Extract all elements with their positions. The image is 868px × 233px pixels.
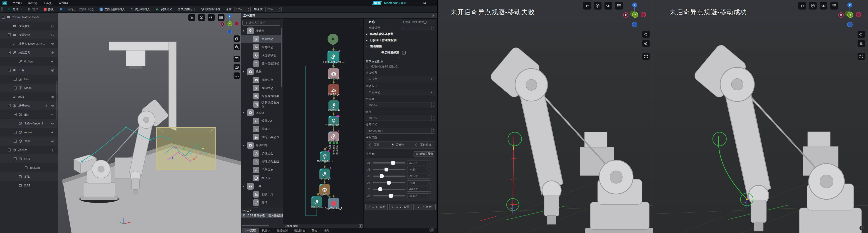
- joint-slider[interactable]: [373, 195, 405, 197]
- tree-item[interactable]: −*Smart Path in Bin/V...: [0, 13, 58, 22]
- model-display-button[interactable]: [594, 2, 601, 9]
- joint-value-input[interactable]: -87.62°▲▼: [407, 187, 431, 192]
- master-control-button[interactable]: 主控连接机器人: [97, 6, 128, 13]
- library-item[interactable]: 执行工具动作: [241, 133, 281, 141]
- expand-toggle-icon[interactable]: +: [13, 87, 17, 89]
- slider-knob[interactable]: [378, 187, 382, 191]
- joint-slider[interactable]: [373, 169, 405, 170]
- tree-item[interactable]: +mount: [0, 128, 58, 137]
- tab-其他[interactable]: 其他: [309, 228, 320, 233]
- visibility-button[interactable]: [604, 2, 612, 9]
- step-no-spinner[interactable]: ▲▼: [432, 26, 435, 30]
- orientation-gizmo[interactable]: Z X Y: [838, 2, 863, 30]
- joint-value-input[interactable]: 47.79°▲▼: [407, 161, 431, 165]
- orientation-gizmo[interactable]: Z X Y: [623, 2, 648, 30]
- expand-toggle-icon[interactable]: +: [13, 78, 17, 81]
- joint-value-input[interactable]: -4.60°▲▼: [407, 167, 431, 172]
- flow-node[interactable]: JFixed-Point Move_1: [328, 51, 339, 62]
- library-item[interactable]: 步骤组合: [241, 149, 281, 157]
- chevron-down-icon[interactable]: ▼: [242, 70, 245, 73]
- library-item[interactable]: 抓取点是否用尽: [241, 100, 281, 109]
- pan-button[interactable]: [642, 31, 650, 38]
- chevron-down-icon[interactable]: ▼: [242, 112, 245, 114]
- show-joints-button[interactable]: 显示: [413, 204, 436, 210]
- hex-icon[interactable]: [51, 68, 55, 72]
- dropdown-caret-icon[interactable]: ▼: [20, 8, 22, 10]
- get-joints-button[interactable]: →获得: [366, 204, 388, 210]
- library-item[interactable]: 程序停止: [241, 174, 281, 182]
- stop-button[interactable]: 停止: [41, 6, 57, 13]
- expand-toggle-icon[interactable]: +: [8, 33, 11, 36]
- library-group[interactable]: ▼ 移动类: [241, 27, 281, 35]
- text-display-button[interactable]: Tt: [188, 14, 195, 21]
- plus-icon[interactable]: [51, 148, 55, 152]
- eye-icon[interactable]: [51, 60, 55, 63]
- display-list-button[interactable]: [830, 2, 838, 9]
- zoom-button[interactable]: [234, 44, 240, 50]
- joint-value-input[interactable]: -4.86°▲▼: [407, 180, 431, 185]
- takt-optimize-button[interactable]: 节拍优化: [153, 6, 175, 13]
- flow-node[interactable]: Stop Workflow_1: [328, 198, 339, 209]
- model-editor-button[interactable]: 模型编辑器: [198, 6, 223, 13]
- joint-slider[interactable]: [373, 189, 405, 190]
- collapse-toggle-icon[interactable]: −: [13, 157, 17, 160]
- library-item[interactable]: 步骤组合出口: [241, 157, 281, 166]
- tree-item[interactable]: 0. front: [0, 57, 58, 66]
- eye-closed-icon[interactable]: [51, 122, 55, 125]
- menu-view[interactable]: 视图(V): [25, 0, 40, 6]
- gizmo-axes[interactable]: Z X Y: [220, 13, 240, 36]
- library-item[interactable]: 视觉移动: [241, 84, 281, 92]
- library-group[interactable]: ▼ 视觉: [241, 68, 281, 76]
- joint-slider[interactable]: [373, 176, 405, 177]
- gizmo-axes[interactable]: Z X Y: [623, 2, 648, 30]
- speed-input[interactable]: 13%▲▼: [234, 7, 251, 12]
- collapse-toggle-icon[interactable]: −: [8, 69, 11, 72]
- collapse-toggle-icon[interactable]: −: [8, 148, 11, 151]
- library-group[interactable]: ▼ 逻辑拓扑: [241, 141, 281, 149]
- library-item[interactable]: 切换工具: [241, 190, 281, 199]
- turn-radius-input[interactable]: 50.000 mm▲▼: [366, 128, 435, 134]
- sync-robot-button[interactable]: 同步机器人: [128, 6, 153, 13]
- toggle-switch[interactable]: [59, 8, 66, 11]
- turn-radius-spinner[interactable]: ▲▼: [431, 128, 435, 133]
- chevron-down-icon[interactable]: ▼: [242, 144, 245, 146]
- eye-icon[interactable]: [51, 95, 55, 99]
- target-type-radio[interactable]: 工具: [369, 143, 380, 147]
- orientation-gizmo[interactable]: Z X Y: [220, 13, 240, 36]
- joint-slider[interactable]: [373, 182, 405, 183]
- slider-knob[interactable]: [387, 181, 391, 185]
- toolbar-grip[interactable]: [1, 7, 3, 12]
- eye-half-icon[interactable]: [51, 113, 55, 117]
- library-item[interactable]: 等待: [241, 199, 281, 207]
- velocity-input[interactable]: 100 %▲▼: [366, 115, 435, 121]
- set-joints-button[interactable]: →设置: [389, 204, 411, 210]
- log-line-selected[interactable]: 21:10:32 移动步骤： 筐内智能路径: [241, 213, 283, 218]
- tree-item[interactable]: +视觉记录: [0, 30, 58, 39]
- measure-button[interactable]: [234, 72, 240, 79]
- expand-toggle-icon[interactable]: +: [13, 113, 17, 116]
- tree-item[interactable]: +底座: [0, 137, 58, 146]
- library-scrollbar[interactable]: [281, 28, 282, 87]
- flow-node[interactable]: J定点移动_3: [319, 169, 330, 179]
- collapse-toggle-icon[interactable]: −: [2, 16, 5, 19]
- library-item[interactable]: 设置DO: [241, 117, 281, 125]
- pan-button[interactable]: [858, 31, 865, 38]
- joint-value-input[interactable]: -90.78°▲▼: [407, 174, 431, 178]
- tree-item[interactable]: 地板: [0, 92, 58, 101]
- menu-file[interactable]: 文件(F): [9, 0, 25, 6]
- display-list-button[interactable]: [615, 2, 623, 9]
- visibility-button[interactable]: [820, 2, 827, 9]
- pause-button[interactable]: 暂停: [25, 6, 41, 13]
- speed-spinner[interactable]: ▲▼: [247, 7, 250, 11]
- joint-slider[interactable]: [373, 163, 405, 164]
- tree-item[interactable]: −工件: [0, 66, 58, 75]
- flowchart-canvas[interactable]: JFixed-Point Move_1视觉识别_6切换工具_4L定点移动_10J…: [283, 19, 363, 228]
- gizmo-axes[interactable]: Z X Y: [838, 2, 863, 30]
- tree-item[interactable]: tool.obj: [0, 163, 58, 172]
- expand-toggle-icon[interactable]: +: [13, 140, 17, 143]
- joint-spinner[interactable]: ▲▼: [427, 167, 431, 172]
- chevron-down-icon[interactable]: ▼: [242, 30, 245, 32]
- eye-icon[interactable]: [51, 140, 55, 143]
- pick-settings-select[interactable]: 未指定▼: [366, 76, 435, 82]
- target-type-radio[interactable]: 工件位姿: [415, 143, 432, 147]
